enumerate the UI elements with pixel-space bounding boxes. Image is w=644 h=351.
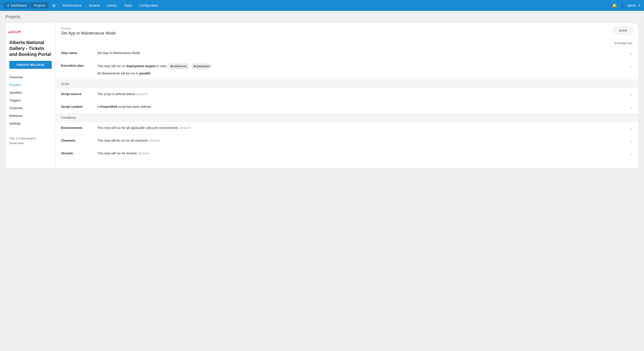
process-header: Process Set App to Maintenance Mode SAVE [56, 23, 638, 40]
process-header-left: Process Set App to Maintenance Mode [61, 27, 116, 36]
process-name: Set App to Maintenance Mode [61, 31, 116, 36]
nav-tenants[interactable]: Tenants [86, 2, 103, 9]
sidebar-item-settings[interactable]: Settings [6, 120, 55, 127]
nav-projects[interactable]: Projects [31, 2, 48, 9]
user-label: admin [628, 4, 636, 7]
channels-expand[interactable]: ⌄ [626, 138, 633, 143]
tag-database: dababase [192, 63, 212, 69]
exec-post: in roles [156, 64, 167, 68]
tenants-text: This step will run for tenants [97, 151, 137, 155]
nav-configuration[interactable]: Configuration [136, 2, 161, 9]
execution-plan-value: This step will run on deployment targets… [97, 63, 626, 76]
nav-dashboard[interactable]: ✦ Dashboard [4, 2, 30, 9]
sidebar-item-process[interactable]: Process [6, 81, 55, 89]
script-source-value: The script is defined below (default) [97, 92, 626, 97]
layout: gallery✤ Alberta National Gallery - Tick… [6, 23, 638, 168]
environments-default: (default) [179, 126, 190, 130]
page-title: Projects [6, 15, 638, 19]
exec-line-1: This step will run on deployment targets… [97, 63, 626, 69]
expand-all-row: EXPAND ALL [56, 40, 638, 47]
environments-expand[interactable]: ⌄ [626, 126, 633, 131]
exec-parallel-pre: All deployments will be run in [97, 72, 139, 75]
script-content-bold: PowerShell [100, 105, 117, 109]
tenants-label: Tenants [61, 151, 97, 155]
sidebar-item-triggers[interactable]: Triggers [6, 97, 55, 104]
step-name-expand[interactable]: ⌄ [626, 51, 633, 56]
script-content-label: Script content [61, 104, 97, 109]
script-content-expand[interactable]: ⌄ [626, 104, 633, 109]
script-source-text: The script is defined below [97, 92, 135, 96]
top-navigation: ✦ Dashboard Projects ⊞ Infrastructure Te… [0, 0, 644, 11]
project-name: Alberta National Gallery - Tickets and B… [6, 38, 55, 61]
exec-bold: deployment targets [126, 64, 156, 68]
topnav-right: 🔔 👤 admin ▾ [612, 3, 640, 8]
script-source-label: Script source [61, 92, 97, 96]
script-section-header: Script [56, 80, 638, 88]
script-content-value: A PowerShell script has been defined [97, 104, 626, 109]
sidebar-logo: gallery✤ [6, 27, 55, 38]
expand-all-button[interactable]: EXPAND ALL [615, 42, 633, 45]
script-source-expand[interactable]: ⌄ [626, 92, 633, 97]
script-content-pre: A [97, 105, 100, 109]
channels-label: Channels [61, 138, 97, 142]
channels-default: (default) [148, 139, 160, 142]
create-release-button[interactable]: CREATE RELEASE [9, 61, 52, 69]
sidebar-nav: Overview Process Variables Triggers Chan… [6, 73, 55, 127]
tag-dot-webserver [171, 65, 172, 67]
exec-line-2: All deployments will be run in parallel [97, 71, 626, 76]
sidebar-item-variables[interactable]: Variables [6, 89, 55, 97]
footer-line1: This is A test project [9, 137, 52, 140]
nav-infrastructure[interactable]: Infrastructure [60, 2, 84, 9]
script-source-row: Script source The script is defined belo… [56, 88, 638, 101]
avatar-icon: 👤 [620, 3, 625, 8]
environments-label: Environments [61, 126, 97, 130]
footer-line2: Some links [9, 141, 52, 145]
execution-plan-expand[interactable]: ⌄ [626, 63, 633, 68]
search-icon: ⊞ [52, 4, 55, 8]
environments-value: This step will run for all applicable Li… [97, 126, 626, 130]
sidebar-item-channels[interactable]: Channels [6, 104, 55, 112]
channels-value: This step will be run on all channels (d… [97, 138, 626, 143]
script-content-post: script has been defined [118, 105, 151, 109]
page: Projects gallery✤ Alberta National Galle… [0, 11, 644, 172]
script-source-default: (default) [136, 92, 148, 96]
tenants-expand[interactable]: ⌄ [626, 151, 633, 156]
nav-tasks[interactable]: Tasks [121, 2, 135, 9]
save-button[interactable]: SAVE [613, 27, 633, 34]
sidebar-footer: This is A test project Some links [6, 131, 55, 148]
exec-pre: This step will run on [97, 64, 126, 68]
channels-row: Channels This step will be run on all ch… [56, 135, 638, 147]
environments-row: Environments This step will run for all … [56, 122, 638, 135]
step-name-value: Set App to Maintenance Mode [97, 51, 626, 55]
main-content: Process Set App to Maintenance Mode SAVE… [55, 23, 638, 168]
dashboard-icon: ✦ [7, 4, 10, 7]
step-name-label: Step name [61, 51, 97, 55]
execution-plan-row: Execution plan This step will run on dep… [56, 60, 638, 80]
notification-icon[interactable]: 🔔 [612, 3, 617, 8]
logo-text: gallery✤ [8, 30, 20, 34]
environments-text: This step will run for all applicable Li… [97, 126, 178, 130]
sidebar-item-releases[interactable]: Releases [6, 112, 55, 120]
tenants-value: This step will run for tenants (default) [97, 151, 626, 156]
script-content-row: Script content A PowerShell script has b… [56, 101, 638, 114]
tenants-default: (default) [138, 151, 149, 155]
execution-plan-label: Execution plan [61, 63, 97, 68]
process-label: Process [61, 27, 116, 30]
tenants-row: Tenants This step will run for tenants (… [56, 147, 638, 160]
channels-text: This step will be run on all channels [97, 139, 148, 142]
step-name-row: Step name Set App to Maintenance Mode ⌄ [56, 47, 638, 60]
exec-parallel-bold: parallel [139, 72, 150, 75]
nav-search[interactable]: ⊞ [49, 2, 58, 9]
conditions-section-header: Conditions [56, 114, 638, 122]
tag-webserver: webserver [168, 63, 189, 69]
nav-library[interactable]: Library [104, 2, 120, 9]
sidebar-item-overview[interactable]: Overview [6, 73, 55, 81]
user-dropdown-icon[interactable]: ▾ [639, 4, 640, 7]
sidebar: gallery✤ Alberta National Gallery - Tick… [6, 23, 55, 168]
tag-dot-database [194, 65, 196, 67]
